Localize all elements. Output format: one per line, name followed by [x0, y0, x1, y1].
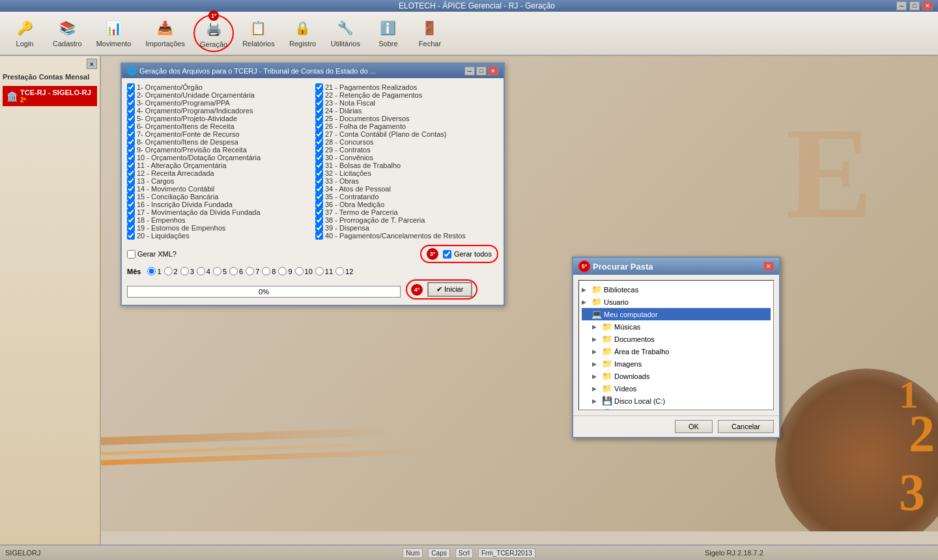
checkbox-5[interactable]	[127, 115, 135, 122]
panel-item-tcerj[interactable]: 🏛️ TCE-RJ - SIGELO-RJ 2º	[3, 86, 97, 106]
toolbar-relatorios[interactable]: 📋 Relatórios	[236, 14, 281, 52]
tree-item-bibliotecas[interactable]: ▶ 📁 Bibliotecas	[582, 283, 771, 296]
checkbox-3-label: 3- Orçamento/Programa/PPA	[137, 99, 230, 107]
tree-label: Área de Trabalho	[614, 348, 669, 356]
dialog-geracao-maximize[interactable]: □	[476, 66, 487, 76]
checkbox-33-label: 33 - Obras	[325, 177, 359, 185]
checkbox-17[interactable]	[127, 208, 135, 216]
dialog-geracao-close[interactable]: ✕	[488, 66, 498, 76]
gerar-xml-checkbox[interactable]	[127, 250, 135, 259]
tree-item-usuario[interactable]: ▶ 📁 Usuario	[582, 296, 771, 308]
tree-item-disco-c[interactable]: ▶ 💾 Disco Local (C:)	[582, 395, 771, 407]
toolbar-movimento[interactable]: 📊 Movimento	[91, 14, 137, 52]
toolbar-geracao[interactable]: 🖨️ Geração 1º	[193, 14, 234, 52]
tree-item-musicas[interactable]: ▶ 📁 Músicas	[582, 320, 771, 333]
checkbox-24[interactable]	[315, 107, 323, 115]
toolbar-registro[interactable]: 🔒 Registro	[283, 14, 322, 52]
checkbox-7[interactable]	[127, 130, 135, 138]
radio-7: 7	[246, 267, 259, 275]
toolbar-fechar[interactable]: 🚪 Fechar	[410, 14, 449, 52]
progress-bar-container: 0%	[127, 286, 401, 298]
tree-view: ▶ 📁 Bibliotecas ▶ 📁 Usuario ▼ 💻 Meu comp…	[578, 280, 774, 410]
checkbox-14[interactable]	[127, 185, 135, 193]
importacao-icon: 📥	[155, 18, 176, 38]
checkbox-37[interactable]	[315, 208, 323, 216]
checkbox-item: 17 - Movimentação da Dívida Fundada	[127, 208, 310, 216]
checkbox-9[interactable]	[127, 146, 135, 154]
checkbox-29[interactable]	[315, 146, 323, 154]
checkbox-item: 14 - Movimento Contábil	[127, 185, 310, 193]
checkbox-40[interactable]	[315, 232, 323, 240]
checkbox-19[interactable]	[127, 224, 135, 232]
maximize-button[interactable]: □	[909, 1, 920, 10]
checkbox-3[interactable]	[127, 99, 135, 107]
checkbox-13[interactable]	[127, 177, 135, 185]
tree-item-videos[interactable]: ▶ 📁 Vídeos	[582, 382, 771, 395]
dialog-pasta-titlebar: 5º Procurar Pasta ✕	[573, 258, 779, 275]
checkbox-11[interactable]	[127, 161, 135, 169]
geracao-step-badge: 1º	[208, 10, 219, 21]
toolbar-importacao[interactable]: 📥 Importações	[139, 14, 191, 52]
checkbox-2[interactable]	[127, 91, 135, 99]
tree-item-imagens[interactable]: ▶ 📁 Imagens	[582, 357, 771, 370]
panel-close-button[interactable]: ✕	[87, 59, 97, 69]
checkbox-38[interactable]	[315, 216, 323, 224]
cancelar-button[interactable]: Cancelar	[718, 420, 774, 433]
tree-item-area-trabalho[interactable]: ▶ 📁 Área de Trabalho	[582, 345, 771, 357]
toolbar-cadastro[interactable]: 📚 Cadastro	[47, 14, 88, 52]
checkbox-8[interactable]	[127, 138, 135, 146]
iniciar-button[interactable]: ✔ Iniciar	[427, 282, 472, 297]
checkbox-23[interactable]	[315, 99, 323, 107]
title-bar: ELOTECH - ÁPICE Gerencial - RJ - Geração…	[0, 0, 938, 12]
checkbox-16[interactable]	[127, 201, 135, 208]
minimize-button[interactable]: ─	[896, 1, 907, 10]
dialog-geracao-minimize[interactable]: ─	[464, 66, 475, 76]
checkbox-25[interactable]	[315, 115, 323, 122]
checkbox-27[interactable]	[315, 130, 323, 138]
checkbox-35[interactable]	[315, 193, 323, 201]
status-keys: Num Caps Scrl Frm_TCERJ2013	[403, 548, 535, 558]
toolbar: 🔑 Login 📚 Cadastro 📊 Movimento 📥 Importa…	[0, 12, 938, 56]
checkbox-item: 40 - Pagamentos/Cancelamentos de Restos	[315, 232, 498, 240]
checkbox-21[interactable]	[315, 83, 323, 91]
checkbox-34[interactable]	[315, 185, 323, 193]
checkbox-12[interactable]	[127, 169, 135, 177]
tree-item-meu-computador[interactable]: ▼ 💻 Meu computador	[582, 308, 771, 320]
checkbox-1[interactable]	[127, 83, 135, 91]
checkbox-item: 12 - Receita Arrecadada	[127, 169, 310, 177]
tree-item-downloads[interactable]: ▶ 📁 Downloads	[582, 370, 771, 382]
checkbox-15[interactable]	[127, 193, 135, 201]
checkbox-26-label: 26 - Folha de Pagamento	[325, 122, 406, 130]
checkbox-6[interactable]	[127, 122, 135, 130]
checkbox-item: 35 - Contratando	[315, 193, 498, 201]
checkbox-39[interactable]	[315, 224, 323, 232]
checkbox-20[interactable]	[127, 232, 135, 240]
checkboxes-grid: 1- Orçamento/Órgão 2- Orçamento/Unidade …	[127, 83, 498, 240]
tree-item-dvd[interactable]: ▶ 💿 Unidade de DVD-RW (E:)	[582, 407, 771, 410]
checkbox-18[interactable]	[127, 216, 135, 224]
toolbar-login[interactable]: 🔑 Login	[5, 14, 44, 52]
checkbox-33[interactable]	[315, 177, 323, 185]
checkbox-item: 33 - Obras	[315, 177, 498, 185]
checkbox-30[interactable]	[315, 154, 323, 161]
ok-button[interactable]: OK	[675, 420, 713, 433]
close-button[interactable]: ✕	[922, 1, 933, 10]
gerar-todos-checkbox[interactable]	[443, 250, 451, 259]
checkbox-4[interactable]	[127, 107, 135, 115]
utilitarios-icon: 🔧	[335, 18, 356, 38]
toolbar-login-label: Login	[16, 40, 34, 48]
checkbox-36[interactable]	[315, 201, 323, 208]
checkbox-31[interactable]	[315, 161, 323, 169]
dialog-pasta-close[interactable]: ✕	[763, 262, 774, 271]
tree-item-documentos[interactable]: ▶ 📁 Documentos	[582, 333, 771, 345]
checkbox-26[interactable]	[315, 122, 323, 130]
dialog-geracao-title: Geração dos Arquivos para o TCERJ - Trib…	[139, 67, 464, 75]
toolbar-sobre[interactable]: ℹ️ Sobre	[369, 14, 408, 52]
checkbox-28[interactable]	[315, 138, 323, 146]
checkbox-32[interactable]	[315, 169, 323, 177]
checkbox-10[interactable]	[127, 154, 135, 161]
toolbar-utilitarios[interactable]: 🔧 Utilitários	[325, 14, 366, 52]
checkbox-22[interactable]	[315, 91, 323, 99]
checkbox-38-label: 38 - Prorrogação de T. Parceria	[325, 216, 425, 224]
checkboxes-right-col: 21 - Pagamentos Realizados 22 - Retenção…	[315, 83, 498, 240]
